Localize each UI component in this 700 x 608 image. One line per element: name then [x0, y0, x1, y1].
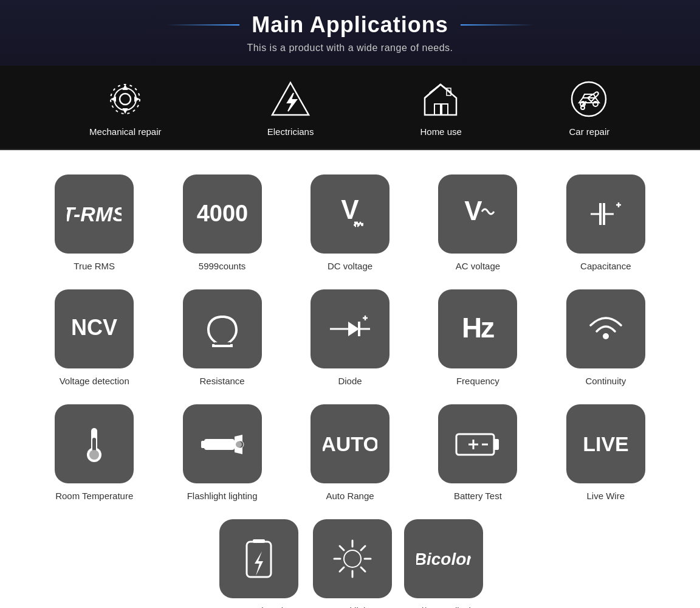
svg-rect-43	[204, 439, 235, 450]
header-subtitle: This is a product with a wide range of n…	[0, 43, 700, 54]
battlow-label: Battery undervoltage	[217, 606, 301, 608]
feature-acv: V AC voltage	[420, 168, 535, 277]
svg-line-64	[361, 567, 365, 572]
feature-counts: 4000 5999counts	[164, 168, 280, 277]
feature-temp: Room Temperature	[36, 398, 152, 507]
svg-rect-56	[253, 539, 265, 543]
svg-point-42	[89, 450, 99, 460]
ncv-label: Voltage detection	[60, 376, 129, 386]
hz-label: Frequency	[456, 376, 499, 386]
feature-cont: Continuity	[548, 283, 664, 392]
app-electrician: Electricians	[267, 78, 314, 137]
bicolor-icon: Bicolor	[404, 519, 483, 598]
svg-line-65	[361, 546, 365, 550]
feature-live: LIVE Live Wire	[548, 398, 664, 507]
features-section: T-RMS True RMS 4000 5999counts V	[0, 150, 700, 608]
svg-point-1	[114, 88, 136, 110]
svg-rect-50	[494, 439, 499, 450]
gear-icon	[104, 78, 146, 120]
app-home: Home use	[420, 78, 462, 137]
diode-icon	[311, 289, 389, 368]
features-grid: T-RMS True RMS 4000 5999counts V	[36, 168, 664, 507]
header-line-left	[166, 24, 239, 26]
feature-hz: Hz Frequency	[420, 283, 535, 392]
feature-ncv: NCV Voltage detection	[36, 283, 152, 392]
temp-label: Room Temperature	[55, 491, 133, 501]
temp-icon	[55, 404, 134, 483]
feature-bicolor: Bicolor Red/green display	[404, 513, 483, 608]
acv-label: AC voltage	[456, 261, 500, 271]
car-icon	[568, 78, 611, 120]
app-mechanical-label: Mechanical repair	[89, 126, 161, 137]
feature-backlight: Backlight	[313, 513, 392, 608]
live-icon: LIVE	[566, 404, 645, 483]
dcv-label: DC voltage	[328, 261, 372, 271]
feature-battlow: Battery undervoltage	[217, 513, 301, 608]
trms-label: True RMS	[74, 261, 115, 271]
svg-text:Hz: Hz	[462, 312, 494, 344]
feature-auto: AUTO Auto Range	[292, 398, 408, 507]
svg-point-47	[236, 441, 242, 447]
cont-icon	[566, 289, 645, 368]
feature-batt: Battery Test	[420, 398, 535, 507]
trms-icon: T-RMS	[55, 174, 134, 254]
svg-marker-4	[287, 93, 297, 111]
app-home-label: Home use	[420, 126, 461, 137]
feature-dcv: V DC voltage	[292, 168, 408, 277]
svg-point-0	[120, 94, 131, 105]
svg-line-66	[340, 567, 344, 572]
svg-text:NCV: NCV	[71, 315, 117, 340]
svg-text:LIVE: LIVE	[583, 432, 629, 455]
header-line-right	[461, 24, 534, 26]
batt-label: Battery Test	[454, 491, 502, 501]
battlow-icon	[219, 519, 298, 598]
dcv-icon: V	[311, 174, 389, 254]
feature-res: Resistance	[164, 283, 280, 392]
res-icon	[183, 289, 262, 368]
features-bottom-row: Battery undervoltage Backlight	[36, 513, 664, 608]
cap-icon	[566, 174, 645, 254]
svg-rect-7	[442, 104, 448, 115]
backlight-label: Backlight	[334, 606, 371, 608]
flash-label: Flashlight lighting	[187, 491, 258, 501]
svg-rect-45	[201, 441, 207, 448]
app-car-label: Car repair	[569, 126, 610, 137]
feature-trms: T-RMS True RMS	[36, 168, 152, 277]
svg-point-58	[344, 550, 361, 567]
acv-icon: V	[438, 174, 517, 254]
svg-marker-57	[255, 551, 263, 576]
app-electrician-label: Electricians	[267, 126, 314, 137]
svg-rect-6	[434, 104, 441, 115]
live-label: Live Wire	[587, 491, 625, 501]
applications-bar: Mechanical repair Electricians	[0, 66, 700, 149]
header-section: Main Applications This is a product with…	[0, 0, 700, 150]
svg-marker-32	[348, 322, 359, 336]
cont-label: Continuity	[585, 376, 626, 386]
auto-label: Auto Range	[326, 491, 374, 501]
svg-text:T-RMS: T-RMS	[67, 202, 122, 226]
feature-cap: Capacitance	[548, 168, 664, 277]
flash-icon	[183, 404, 262, 483]
svg-text:4000: 4000	[196, 201, 248, 226]
svg-line-63	[340, 546, 344, 550]
batt-icon	[438, 404, 517, 483]
svg-text:Bicolor: Bicolor	[416, 550, 471, 568]
counts-icon: 4000	[183, 174, 262, 254]
hz-icon: Hz	[438, 289, 517, 368]
svg-text:V: V	[341, 195, 359, 224]
svg-point-38	[603, 333, 609, 339]
res-label: Resistance	[199, 376, 244, 386]
page-title: Main Applications	[252, 12, 448, 38]
lightning-icon	[269, 78, 312, 120]
counts-label: 5999counts	[199, 261, 246, 271]
auto-icon: AUTO	[311, 404, 389, 483]
app-mechanical: Mechanical repair	[89, 78, 161, 137]
svg-text:V: V	[465, 196, 483, 226]
cap-label: Capacitance	[580, 261, 631, 271]
bicolor-label: Red/green display	[407, 606, 481, 608]
diode-label: Diode	[338, 376, 362, 386]
backlight-icon	[313, 519, 392, 598]
feature-diode: Diode	[292, 283, 408, 392]
feature-flash: Flashlight lighting	[164, 398, 280, 507]
house-icon	[420, 78, 462, 120]
